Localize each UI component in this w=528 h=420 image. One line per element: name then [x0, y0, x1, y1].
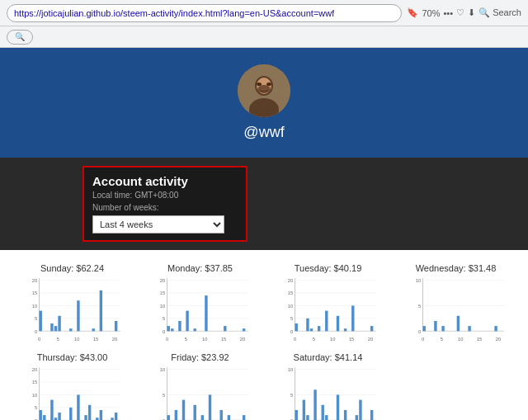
svg-rect-149: [243, 415, 245, 420]
weeks-select[interactable]: Last 4 weeks: [92, 215, 224, 234]
svg-rect-168: [325, 415, 328, 420]
svg-text:15: 15: [93, 337, 98, 342]
svg-text:15: 15: [32, 380, 37, 385]
chart-area: 051005101520: [395, 276, 516, 342]
svg-text:0: 0: [166, 337, 168, 342]
svg-text:5: 5: [290, 393, 293, 398]
svg-text:10: 10: [416, 278, 421, 283]
activity-box: Account activity Local time: GMT+08:00 N…: [82, 166, 248, 242]
chart-title: Wednesday: $31.48: [395, 263, 516, 273]
browser-bar: https://joticajulian.github.io/steem-act…: [0, 0, 528, 26]
chart-title: Tuesday: $40.19: [267, 263, 389, 273]
local-time: Local time: GMT+08:00: [92, 191, 238, 200]
svg-rect-141: [167, 415, 170, 420]
svg-text:0: 0: [294, 337, 296, 342]
svg-rect-52: [243, 328, 245, 331]
svg-rect-72: [310, 328, 313, 331]
svg-text:20: 20: [288, 278, 293, 283]
activity-section: Account activity Local time: GMT+08:00 N…: [74, 158, 528, 250]
svg-text:5: 5: [163, 316, 165, 321]
svg-rect-74: [325, 311, 328, 332]
svg-rect-164: [303, 400, 305, 420]
svg-text:5: 5: [441, 337, 443, 342]
svg-text:10: 10: [202, 337, 207, 342]
svg-rect-167: [322, 405, 324, 420]
charts-grid: Sunday: $62.240510152005101520Monday: $3…: [0, 258, 528, 420]
browser-icons: 🔖 70% ••• ♡ ⬇ 🔍 Search: [407, 7, 521, 18]
charts-outer: Sunday: $62.240510152005101520Monday: $3…: [0, 250, 528, 420]
svg-rect-24: [77, 300, 79, 331]
search-box[interactable]: 🔍: [7, 30, 33, 45]
svg-text:20: 20: [32, 367, 37, 372]
svg-text:20: 20: [368, 337, 373, 342]
svg-rect-22: [58, 316, 60, 332]
svg-rect-163: [295, 410, 298, 420]
svg-rect-27: [115, 321, 117, 331]
main-content-section: Account activity Local time: GMT+08:00 N…: [0, 158, 528, 250]
download-icon: ⬇: [468, 7, 475, 18]
svg-rect-46: [171, 328, 173, 331]
chart-area: 0510152005101520: [12, 366, 133, 420]
chart-title: Thursday: $43.00: [12, 352, 133, 362]
chart-area: 051005101520: [267, 366, 389, 420]
svg-rect-143: [182, 400, 185, 420]
url-bar[interactable]: https://joticajulian.github.io/steem-act…: [7, 4, 402, 22]
chart-cell: Thursday: $43.000510152005101520: [8, 347, 136, 420]
svg-rect-147: [220, 410, 223, 420]
svg-text:15: 15: [288, 290, 293, 295]
menu-icon[interactable]: •••: [444, 8, 454, 18]
svg-text:20: 20: [496, 337, 501, 342]
svg-text:20: 20: [240, 337, 245, 342]
chart-title: Monday: $37.85: [139, 263, 261, 273]
chart-title: Saturday: $41.14: [267, 352, 389, 362]
sidebar: [0, 158, 74, 250]
svg-text:5: 5: [57, 337, 59, 342]
svg-point-6: [257, 85, 271, 93]
chart-cell: Wednesday: $31.48051005101520: [392, 258, 520, 347]
svg-text:15: 15: [160, 290, 165, 295]
svg-text:0: 0: [290, 329, 293, 334]
svg-rect-95: [457, 316, 460, 332]
svg-text:5: 5: [35, 316, 37, 321]
second-bar: 🔍: [0, 26, 528, 48]
svg-rect-47: [178, 321, 181, 331]
svg-rect-76: [344, 328, 346, 331]
page-content: @wwf Account activity Local time: GMT+08…: [0, 48, 528, 420]
svg-rect-25: [92, 328, 95, 331]
svg-rect-92: [423, 326, 426, 331]
svg-rect-169: [337, 394, 339, 420]
svg-text:20: 20: [112, 337, 117, 342]
svg-rect-73: [318, 326, 320, 331]
svg-point-5: [266, 83, 271, 86]
chart-area: 0510152005101520: [139, 276, 261, 342]
svg-rect-75: [337, 316, 339, 332]
svg-text:10: 10: [330, 337, 335, 342]
svg-text:5: 5: [163, 393, 165, 398]
svg-rect-148: [228, 415, 230, 420]
svg-rect-26: [100, 290, 102, 331]
search-icon: 🔍: [15, 32, 25, 41]
svg-text:10: 10: [74, 337, 79, 342]
svg-rect-122: [84, 415, 87, 420]
svg-rect-51: [224, 326, 226, 331]
avatar: [238, 64, 290, 117]
svg-text:0: 0: [38, 337, 40, 342]
url-text: https://joticajulian.github.io/steem-act…: [14, 8, 334, 18]
svg-text:15: 15: [221, 337, 226, 342]
search-label: 🔍 Search: [478, 7, 521, 18]
svg-rect-45: [167, 326, 170, 331]
svg-rect-20: [50, 323, 53, 331]
svg-rect-166: [314, 389, 316, 420]
svg-rect-144: [194, 405, 196, 420]
svg-rect-165: [306, 415, 309, 420]
svg-text:10: 10: [288, 367, 293, 372]
chart-area: 0510152005101520: [267, 276, 389, 342]
svg-rect-146: [209, 394, 211, 420]
username: @wwf: [243, 124, 284, 141]
svg-rect-115: [40, 410, 42, 420]
svg-rect-77: [351, 305, 354, 331]
bookmark-icon: 🔖: [407, 7, 418, 18]
svg-text:20: 20: [32, 278, 37, 283]
svg-rect-97: [494, 326, 497, 331]
svg-rect-93: [434, 321, 436, 331]
